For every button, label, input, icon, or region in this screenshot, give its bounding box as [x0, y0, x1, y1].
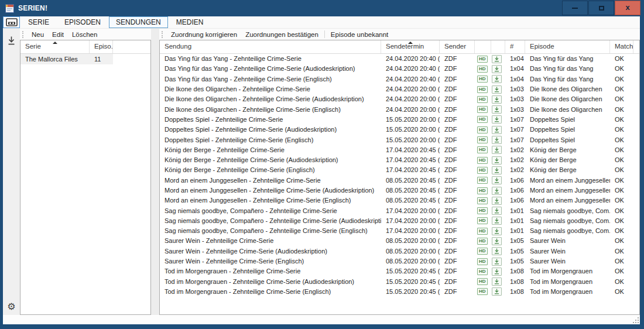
hd-badge-icon: HD — [477, 66, 488, 73]
resize-grip[interactable] — [633, 317, 639, 323]
column-header-sender[interactable]: Sender — [440, 40, 475, 53]
toolbar-separator — [324, 30, 325, 38]
rail-tab-mediathek[interactable] — [3, 16, 20, 28]
broadcast-row[interactable]: Saurer Wein - Zehnteilige Crime-Serie (E… — [160, 256, 639, 266]
window-title: SERIEN! — [18, 4, 47, 12]
broadcast-row[interactable]: Tod im Morgengrauen - Zehnteilige Crime-… — [160, 277, 639, 287]
column-header-number[interactable]: # — [505, 40, 525, 53]
quality-cell: HD — [475, 207, 491, 214]
sendetermin-cell: 17.04.2020 20:45 (... — [381, 145, 440, 155]
broadcast-row[interactable]: Tod im Morgengrauen - Zehnteilige Crime-… — [160, 287, 639, 297]
menubar: SERIE EPISODEN SENDUNGEN MEDIEN — [3, 16, 640, 29]
hd-badge-icon: HD — [477, 56, 488, 63]
menu-item-episoden[interactable]: EPISODEN — [57, 16, 108, 28]
sendetermin-cell: 24.04.2020 20:00 (... — [381, 105, 440, 115]
toolbar-grip-icon[interactable] — [162, 31, 164, 38]
sendetermin-cell: 24.04.2020 20:40 (... — [381, 74, 440, 84]
rail-download-button[interactable] — [5, 33, 18, 47]
sendung-cell: Doppeltes Spiel - Zehnteilige Crime-Seri… — [160, 125, 381, 135]
episode-number-cell: 1x06 — [505, 196, 525, 205]
broadcast-row[interactable]: Sag niemals goodbye, Compañero - Zehntei… — [160, 226, 639, 236]
broadcast-row[interactable]: Doppeltes Spiel - Zehnteilige Crime-Seri… — [160, 115, 639, 125]
sender-cell: ZDF — [440, 74, 475, 84]
episode-number-cell: 1x02 — [505, 165, 525, 175]
broadcast-row[interactable]: Das Ying für das Yang - Zehnteilige Crim… — [160, 64, 639, 74]
episode-cell: Tod im Morgengrauen — [525, 266, 610, 276]
edit-button[interactable]: Edit — [48, 31, 68, 38]
column-header-episode[interactable]: Episode — [525, 40, 610, 53]
sendung-cell: Sag niemals goodbye, Compañero - Zehntei… — [160, 216, 381, 226]
download-cell — [491, 227, 505, 235]
sendung-cell: Die Ikone des Oligarchen - Zehnteilige C… — [160, 94, 381, 104]
match-cell: OK — [610, 246, 633, 256]
broadcast-row[interactable]: Die Ikone des Oligarchen - Zehnteilige C… — [160, 104, 639, 114]
broadcast-row[interactable]: Das Ying für das Yang - Zehnteilige Crim… — [160, 74, 639, 84]
broadcast-row[interactable]: Mord an einem Junggesellen - Zehnteilige… — [160, 186, 639, 196]
broadcast-row[interactable]: König der Berge - Zehnteilige Crime-Seri… — [160, 165, 639, 175]
sendetermin-cell: 17.04.2020 20:00 (... — [381, 216, 440, 226]
menu-item-sendungen[interactable]: SENDUNGEN — [109, 16, 168, 28]
maximize-button[interactable] — [588, 1, 614, 15]
minimize-button[interactable] — [562, 1, 588, 15]
episode-number-cell: 1x07 — [505, 135, 525, 145]
download-cell — [491, 247, 505, 255]
hd-badge-icon: HD — [477, 136, 488, 143]
column-header-download[interactable] — [491, 40, 505, 53]
column-header-serie[interactable]: Serie — [20, 40, 90, 53]
episode-number-cell: 1x04 — [505, 64, 525, 74]
broadcast-row[interactable]: König der Berge - Zehnteilige Crime-Seri… — [160, 155, 639, 165]
tv-screen-icon — [6, 18, 18, 27]
match-cell: OK — [610, 216, 633, 226]
broadcast-row[interactable]: Sag niemals goodbye, Compañero - Zehntei… — [160, 216, 639, 226]
download-icon — [492, 156, 502, 164]
quality-cell: HD — [475, 228, 491, 235]
sendetermin-cell: 24.04.2020 20:40 (... — [381, 64, 440, 74]
broadcast-row[interactable]: König der Berge - Zehnteilige Crime-Seri… — [160, 145, 639, 155]
close-icon: x — [625, 4, 629, 11]
menu-item-serie[interactable]: SERIE — [21, 16, 56, 28]
episode-number-cell: 1x05 — [505, 256, 525, 266]
column-header-sendetermin[interactable]: Sendetermin — [381, 40, 440, 53]
match-cell: OK — [610, 287, 633, 297]
hd-badge-icon: HD — [477, 146, 488, 153]
broadcast-row[interactable]: Doppeltes Spiel - Zehnteilige Crime-Seri… — [160, 125, 639, 135]
broadcast-row[interactable]: Doppeltes Spiel - Zehnteilige Crime-Seri… — [160, 135, 639, 145]
broadcast-row[interactable]: Saurer Wein - Zehnteilige Crime-Serie (A… — [160, 246, 639, 256]
toolbar-grip-icon[interactable] — [22, 31, 25, 38]
download-icon — [492, 247, 502, 255]
close-button[interactable]: x — [615, 1, 640, 15]
hd-badge-icon: HD — [477, 116, 488, 123]
sender-cell: ZDF — [440, 135, 475, 145]
content-area: ⚙ Neu Edit Löschen Serie Episo... The Ma… — [3, 29, 640, 315]
broadcast-row[interactable]: Das Ying für das Yang - Zehnteilige Crim… — [160, 54, 639, 64]
episode-unbekannt-button[interactable]: Episode unbekannt — [327, 31, 392, 38]
panel-splitter[interactable] — [151, 29, 159, 315]
sendung-cell: Die Ikone des Oligarchen - Zehnteilige C… — [160, 84, 381, 94]
broadcast-row[interactable]: Sag niemals goodbye, Compañero - Zehntei… — [160, 205, 639, 215]
broadcast-row[interactable]: Saurer Wein - Zehnteilige Crime-Serie08.… — [160, 236, 639, 246]
download-icon — [492, 287, 502, 296]
hd-badge-icon: HD — [477, 268, 488, 275]
download-icon — [492, 95, 502, 104]
column-header-match[interactable]: Match — [610, 40, 633, 53]
loeschen-button[interactable]: Löschen — [68, 31, 101, 38]
broadcast-row[interactable]: Mord an einem Junggesellen - Zehnteilige… — [160, 176, 639, 186]
broadcast-row[interactable]: Tod im Morgengrauen - Zehnteilige Crime-… — [160, 266, 639, 276]
series-row[interactable]: The Mallorca Files11 — [20, 54, 150, 64]
hd-badge-icon: HD — [477, 86, 488, 93]
column-header-quality[interactable] — [475, 40, 491, 53]
broadcast-row[interactable]: Mord an einem Junggesellen - Zehnteilige… — [160, 196, 639, 205]
zuordnungen-bestaetigen-button[interactable]: Zuordnungen bestätigen — [241, 31, 323, 38]
match-cell: OK — [610, 105, 633, 115]
zuordnung-korrigieren-button[interactable]: Zuordnung korrigieren — [167, 31, 241, 38]
download-cell — [491, 187, 505, 195]
neu-button[interactable]: Neu — [28, 31, 48, 38]
broadcast-row[interactable]: Die Ikone des Oligarchen - Zehnteilige C… — [160, 94, 639, 104]
hd-badge-icon: HD — [477, 228, 488, 235]
menu-item-medien[interactable]: MEDIEN — [169, 16, 211, 28]
broadcast-row[interactable]: Die Ikone des Oligarchen - Zehnteilige C… — [160, 84, 639, 94]
sendung-cell: König der Berge - Zehnteilige Crime-Seri… — [160, 165, 381, 175]
settings-button[interactable]: ⚙ — [7, 302, 15, 311]
column-header-episoden[interactable]: Episo... — [90, 40, 113, 53]
column-header-sendung[interactable]: Sendung — [160, 40, 381, 53]
